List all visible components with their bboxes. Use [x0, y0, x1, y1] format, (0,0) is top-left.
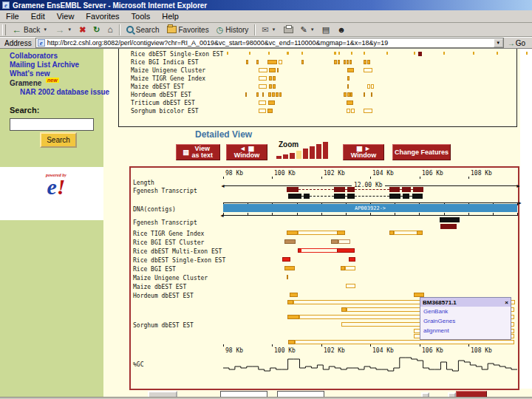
overview-feature[interactable]: [259, 100, 266, 105]
overview-feature[interactable]: [371, 92, 372, 97]
favorites-button[interactable]: Favorites: [163, 24, 213, 36]
overview-feature[interactable]: [386, 52, 388, 55]
overview-feature[interactable]: [273, 84, 276, 89]
overview-feature[interactable]: [259, 76, 267, 81]
window-left-button[interactable]: ◄ ▦ Window: [226, 144, 267, 160]
transcript-exon[interactable]: [304, 194, 310, 199]
overview-feature[interactable]: [279, 60, 282, 64]
overview-feature[interactable]: [272, 92, 275, 97]
title-bar[interactable]: e Gramene EnsEMBL Server - Microsoft Int…: [0, 0, 532, 10]
overview-feature[interactable]: [351, 52, 352, 55]
change-features-button[interactable]: Change Features: [392, 144, 451, 160]
overview-feature[interactable]: [351, 109, 355, 113]
overview-feature[interactable]: [347, 100, 353, 105]
mail-button[interactable]: ✉ ▼: [258, 24, 279, 36]
est-feature[interactable]: [346, 284, 355, 288]
toolbar-grip[interactable]: [2, 24, 6, 35]
zoom-bar[interactable]: [290, 153, 295, 159]
est-feature[interactable]: [284, 266, 295, 270]
overview-feature[interactable]: [344, 60, 346, 64]
overview-feature[interactable]: [347, 76, 349, 81]
menu-favorites[interactable]: Favorites: [80, 11, 125, 21]
overview-feature[interactable]: [347, 60, 349, 64]
search-button[interactable]: Search: [123, 24, 163, 36]
zoom-bar[interactable]: [276, 156, 282, 159]
window-right-button[interactable]: ▦ ► Window: [343, 144, 384, 160]
menu-edit[interactable]: Edit: [25, 11, 51, 21]
transcript-exon[interactable]: [288, 194, 301, 199]
transcript-exon[interactable]: [334, 187, 345, 192]
overview-feature[interactable]: [350, 92, 352, 97]
overview-feature[interactable]: [276, 92, 279, 97]
est-feature[interactable]: [417, 231, 423, 235]
contig-bar[interactable]: AP003922->: [223, 204, 517, 212]
print-button[interactable]: [280, 24, 297, 36]
menu-file[interactable]: File: [0, 11, 25, 21]
overview-feature[interactable]: [287, 52, 289, 55]
est-feature[interactable]: [287, 275, 288, 279]
edit-button[interactable]: ✎ ▼: [297, 24, 318, 36]
document-button[interactable]: ▤: [318, 24, 333, 36]
est-feature[interactable]: [298, 231, 338, 235]
discuss-button[interactable]: ☻: [333, 24, 349, 36]
stop-button[interactable]: ✖: [75, 24, 89, 36]
overview-feature[interactable]: [347, 84, 349, 89]
back-dropdown-icon[interactable]: ▼: [43, 27, 47, 32]
history-button[interactable]: ◷ History: [213, 24, 253, 36]
popup-item-alignment[interactable]: alignment: [420, 326, 511, 335]
est-feature[interactable]: [349, 257, 355, 262]
overview-feature[interactable]: [301, 60, 304, 64]
overview-feature[interactable]: [334, 60, 337, 64]
refresh-button[interactable]: ↻: [89, 24, 103, 36]
est-feature[interactable]: [338, 239, 350, 244]
menu-view[interactable]: View: [51, 11, 81, 21]
transcript-exon[interactable]: [334, 194, 345, 199]
overview-feature[interactable]: [338, 52, 340, 55]
est-feature[interactable]: [284, 239, 296, 244]
address-input[interactable]: e http://brc2.cshl.org:8082/perl/contigv…: [35, 38, 504, 48]
overview-feature[interactable]: [418, 52, 422, 56]
overview-feature[interactable]: [364, 52, 365, 55]
zoom-bar[interactable]: [316, 144, 321, 159]
est-feature[interactable]: [394, 231, 417, 235]
overview-feature[interactable]: [443, 52, 445, 55]
est-feature[interactable]: [331, 239, 338, 244]
zoom-bar[interactable]: [323, 142, 328, 159]
overview-feature[interactable]: [347, 68, 354, 72]
est-feature[interactable]: [295, 340, 514, 344]
overview-feature[interactable]: [349, 60, 352, 64]
overview-feature[interactable]: [268, 52, 270, 55]
overview-feature[interactable]: [497, 52, 498, 55]
transcript-exon[interactable]: [347, 187, 355, 192]
overview-feature[interactable]: [259, 68, 267, 72]
overview-feature[interactable]: [371, 84, 374, 89]
overview-feature[interactable]: [526, 52, 528, 55]
overview-feature[interactable]: [344, 92, 347, 97]
overview-feature[interactable]: [268, 92, 271, 97]
popup-item-graingenes[interactable]: GrainGenes: [420, 316, 511, 326]
transcript-exon[interactable]: [389, 187, 400, 192]
address-dropdown-icon[interactable]: ▼: [494, 38, 503, 47]
back-button[interactable]: ← Back ▼: [8, 24, 51, 36]
forward-button[interactable]: → ▼: [51, 24, 75, 36]
sidebar-link-gramene[interactable]: Gramene: [10, 79, 41, 87]
overview-feature[interactable]: [414, 52, 415, 55]
zoom-bar[interactable]: [296, 151, 301, 159]
overview-feature[interactable]: [273, 76, 276, 81]
est-feature[interactable]: [341, 307, 347, 312]
transcript-exon[interactable]: [402, 187, 411, 192]
transcript-exon[interactable]: [389, 194, 400, 199]
overview-feature[interactable]: [246, 60, 248, 64]
overview-feature[interactable]: [364, 68, 372, 72]
overview-feature[interactable]: [338, 60, 340, 64]
transcript-exon[interactable]: [347, 194, 355, 199]
transcript-exon[interactable]: [413, 187, 423, 192]
overview-feature[interactable]: [364, 92, 365, 97]
est-feature[interactable]: [337, 248, 355, 253]
transcript-exon[interactable]: [403, 194, 409, 199]
est-feature[interactable]: [287, 300, 293, 304]
mail-dropdown-icon[interactable]: ▼: [272, 27, 276, 32]
sidebar-link-nar[interactable]: NAR 2002 database issue: [20, 88, 109, 96]
overview-feature[interactable]: [269, 76, 272, 81]
overview-feature[interactable]: [367, 84, 370, 89]
